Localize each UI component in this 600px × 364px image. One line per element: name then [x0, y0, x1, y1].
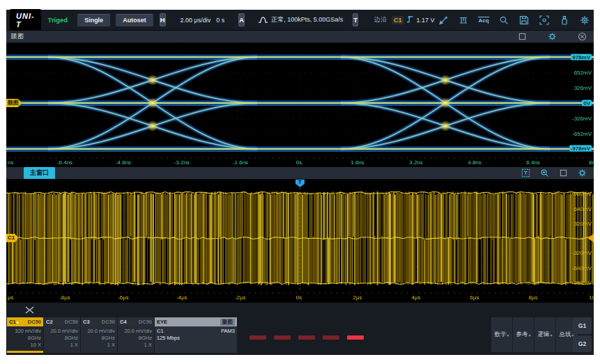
channel-card-c4[interactable]: C4DC5020.0 mV/div8GHz1 X [118, 317, 154, 353]
red-dash-indicator [274, 335, 291, 340]
voltage-axis-label: 960mV [574, 191, 592, 197]
eye-window-titlebar: 眼图 [6, 31, 594, 43]
red-dash-indicator [323, 335, 339, 340]
channel-card-header: C2DC50 [44, 317, 80, 326]
bottom-status-panel: C1●DC50320 mV/div8GHz10 XC2DC5020.0 mV/d… [6, 302, 594, 355]
maximize-icon[interactable] [517, 32, 527, 42]
timebase-value[interactable]: 2.00 μs/div [180, 17, 211, 24]
dropdown-arrow-icon: ▾ [528, 333, 530, 338]
settings-gear-icon[interactable] [579, 14, 591, 26]
channel-attenuation: 1 X [144, 342, 152, 349]
top-toolbar: UNI-T Triged Single Autoset H 2.00 μs/di… [6, 10, 594, 31]
function-button-2[interactable]: 逻辑▾ [534, 317, 555, 352]
crossed-arrows-icon[interactable] [24, 305, 35, 317]
trigger-source[interactable]: C1 [392, 16, 404, 24]
main-waveform-plot: T C1 960mV640mV320mV-320mV-640mV-960mVμs… [6, 180, 594, 302]
channel-attenuation: 1 X [70, 342, 78, 349]
voltage-axis-label: 326mV [574, 85, 592, 91]
main-window-titlebar: 主窗口 [6, 167, 594, 180]
function-button-0[interactable]: 数学▾ [491, 317, 512, 352]
channel-attenuation: 10 X [31, 342, 41, 349]
usb-device-icon[interactable] [559, 14, 571, 26]
time-axis-label: 8μs [528, 294, 537, 301]
screenshot-page: UNI-T Triged Single Autoset H 2.00 μs/di… [0, 0, 600, 364]
channel-card-c2[interactable]: C2DC5020.0 mV/div8GHz1 X [44, 317, 80, 353]
time-axis-label: 4μs [411, 294, 420, 301]
toolbar-icon-group: Acq [438, 14, 600, 26]
channel-card-header: C4DC50 [118, 317, 154, 326]
acquire-info: 正常, 100kPts, 5.00GSa/s [271, 15, 343, 24]
voltage-axis-label: -326mV [572, 116, 592, 122]
time-axis-label: 0s [296, 294, 302, 301]
red-dash-indicator [347, 335, 364, 340]
time-axis-label: 2μs [353, 294, 362, 301]
time-axis-label: 3.2ns [409, 159, 423, 166]
red-dash-indicator [249, 335, 266, 340]
generator-button-1[interactable]: G1 [573, 317, 592, 334]
function-button-label: 参考 [516, 331, 528, 339]
channel-name: C4 [120, 319, 127, 325]
function-button-label: 数学 [494, 331, 506, 339]
voltage-axis-label: 652mV [574, 70, 592, 76]
generator-button-group: G1G2 [573, 317, 592, 352]
channel-name-label: C3 [83, 319, 90, 325]
channel-coupling: DC50 [28, 319, 41, 325]
single-button[interactable]: Single [77, 14, 110, 26]
time-axis-label: 8ns [589, 159, 594, 166]
eye-settings-gear-icon[interactable] [547, 32, 557, 42]
time-axis-label: μs [8, 294, 14, 301]
channel-coupling: DC50 [102, 319, 115, 325]
time-axis-label: 0s [296, 159, 302, 166]
digital-indicator-dashes [249, 335, 364, 340]
oscilloscope-app: UNI-T Triged Single Autoset H 2.00 μs/di… [6, 10, 594, 354]
measure-ruler-icon[interactable] [458, 14, 470, 26]
channel-card-header: C1●DC50 [7, 317, 43, 326]
horizontal-offset-value[interactable]: 0 s [216, 17, 224, 24]
time-axis-label: -8μs [59, 294, 70, 301]
main-settings-gear-icon[interactable] [577, 168, 587, 178]
channel-name-label: C2 [46, 319, 53, 325]
eye-card-bitrate: 125 Mbps [157, 335, 235, 342]
horizontal-menu-button[interactable]: H [160, 13, 166, 26]
eye-diagram-plot: 眼图 978mV652mV326mV0V-326mV-652mV-978mVns… [6, 43, 594, 167]
channel-name-label: C4 [120, 319, 127, 325]
channel-card-c1[interactable]: C1●DC50320 mV/div8GHz10 X [7, 317, 43, 353]
main-maximize-icon[interactable] [558, 168, 568, 178]
trigger-menu-button[interactable]: T [353, 13, 358, 26]
generator-button-2[interactable]: G2 [573, 335, 592, 352]
autoset-button[interactable]: Autoset [116, 14, 153, 26]
main-window-tab[interactable]: 主窗口 [24, 167, 55, 179]
cursor-measure-icon[interactable] [438, 14, 449, 26]
channel-bandwidth: 8GHz [28, 335, 41, 342]
close-icon[interactable] [577, 32, 587, 42]
acquire-settings-icon[interactable]: Acq [478, 14, 490, 26]
trigger-frame-icon[interactable] [521, 168, 530, 178]
trigger-type[interactable]: 边沿 [374, 15, 387, 24]
function-button-1[interactable]: 参考▾ [512, 317, 534, 352]
channel-card-c3[interactable]: C3DC5020.0 mV/div8GHz1 X [81, 317, 117, 353]
voltage-axis-label: 978mV [571, 54, 592, 61]
time-axis-label: -1.6ns [233, 159, 248, 166]
zoom-in-icon[interactable] [539, 168, 549, 178]
voltage-axis-label: 320mV [574, 221, 592, 227]
voltage-axis-label: -640mV [572, 265, 592, 271]
save-icon[interactable] [518, 14, 530, 26]
eye-card-source: C1 [157, 328, 164, 335]
channel-bandwidth: 8GHz [65, 335, 78, 342]
time-axis-label: -6.4ns [57, 159, 72, 166]
channel-bandwidth: 8GHz [139, 335, 152, 342]
time-axis-label: 1.6ns [351, 159, 364, 166]
main-waveform-canvas [6, 180, 594, 302]
channel-card-header: C3DC50 [81, 317, 117, 326]
fullscreen-icon[interactable] [539, 14, 551, 26]
eye-card-mode-badge: 眼图 [220, 319, 235, 326]
dropdown-arrow-icon: ▾ [507, 333, 509, 338]
time-axis-label: ns [8, 159, 13, 166]
eye-mode-card[interactable]: EYE 眼图 C1 PAM3 125 Mbps [155, 317, 237, 353]
channel-name: C3 [83, 319, 90, 325]
acquire-menu-button[interactable]: A [238, 13, 245, 26]
time-axis-label: -4μs [176, 294, 187, 301]
search-icon[interactable] [498, 14, 510, 26]
channel-name: C2 [46, 319, 53, 325]
trigger-level-value[interactable]: 1.17 V [417, 17, 435, 24]
